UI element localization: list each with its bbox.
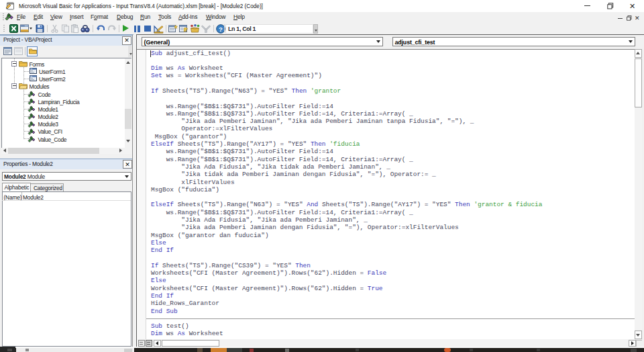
svg-text:?: ? — [219, 26, 223, 33]
